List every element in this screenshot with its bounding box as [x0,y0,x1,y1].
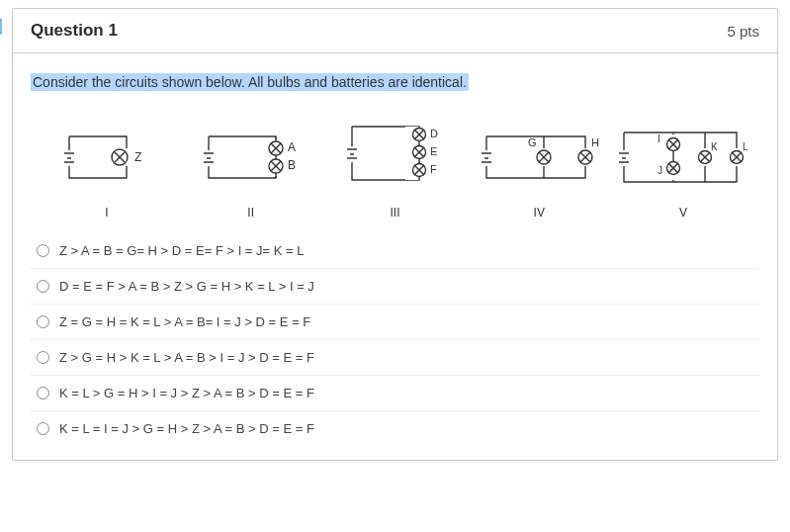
option-text: Z = G = H = K = L > A = B= I = J > D = E… [59,314,310,329]
option-text: D = E = F > A = B > Z > G = H > K = L > … [59,279,314,294]
option-text: K = L = I = J > G = H > Z > A = B > D = … [59,421,314,436]
options-list: Z > A = B = G= H > D = E= F > I = J= K =… [31,233,759,446]
option-1[interactable]: Z > A = B = G= H > D = E= F > I = J= K =… [31,233,759,269]
bulb-g-label: G [528,136,537,148]
bulb-j-label: J [658,165,662,176]
question-prompt: Consider the circuits shown below. All b… [31,73,469,91]
option-2[interactable]: D = E = F > A = B > Z > G = H > K = L > … [31,269,759,305]
question-body: Consider the circuits shown below. All b… [13,53,777,460]
bulb-f-label: F [430,163,437,175]
circuit-1: Z I [35,119,179,220]
roman-2: II [247,206,254,220]
roman-1: I [105,206,108,220]
option-text: Z > G = H > K = L > A = B > I = J > D = … [59,350,314,365]
radio-icon[interactable] [37,422,49,435]
question-card: Question 1 5 pts Consider the circuits s… [12,8,778,461]
radio-icon[interactable] [37,351,49,364]
circuit-2: A B II [179,119,323,220]
question-title: Question 1 [31,21,118,41]
option-5[interactable]: K = L > G = H > I = J > Z > A = B > D = … [31,376,759,411]
radio-icon[interactable] [37,244,49,257]
bulb-b-label: B [288,158,296,172]
bulb-h-label: H [591,136,599,148]
circuit-3: D E F III [323,109,468,220]
option-text: Z > A = B = G= H > D = E= F > I = J= K =… [59,243,305,258]
radio-icon[interactable] [37,387,49,399]
bookmark-icon [0,18,6,42]
roman-5: V [679,206,687,220]
question-header: Question 1 5 pts [13,9,777,53]
roman-4: IV [534,206,545,220]
bulb-l-label: L [743,141,748,152]
option-6[interactable]: K = L = I = J > G = H > Z > A = B > D = … [31,411,759,446]
bulb-z-label: Z [134,150,141,164]
bulb-i-label: I [658,133,660,144]
bulb-a-label: A [288,140,296,154]
roman-3: III [390,206,399,220]
bulb-d-label: D [430,128,438,139]
circuit-4: G H IV [467,119,611,220]
bulb-e-label: E [430,145,437,157]
circuits-row: Z I [31,109,759,220]
circuit-5: I J K L V [611,119,755,220]
bulb-k-label: K [711,141,718,152]
option-text: K = L > G = H > I = J > Z > A = B > D = … [59,386,314,400]
radio-icon[interactable] [37,280,49,293]
option-3[interactable]: Z = G = H = K = L > A = B= I = J > D = E… [31,305,759,340]
question-points: 5 pts [727,23,759,40]
option-4[interactable]: Z > G = H > K = L > A = B > I = J > D = … [31,340,759,376]
radio-icon[interactable] [37,315,49,328]
